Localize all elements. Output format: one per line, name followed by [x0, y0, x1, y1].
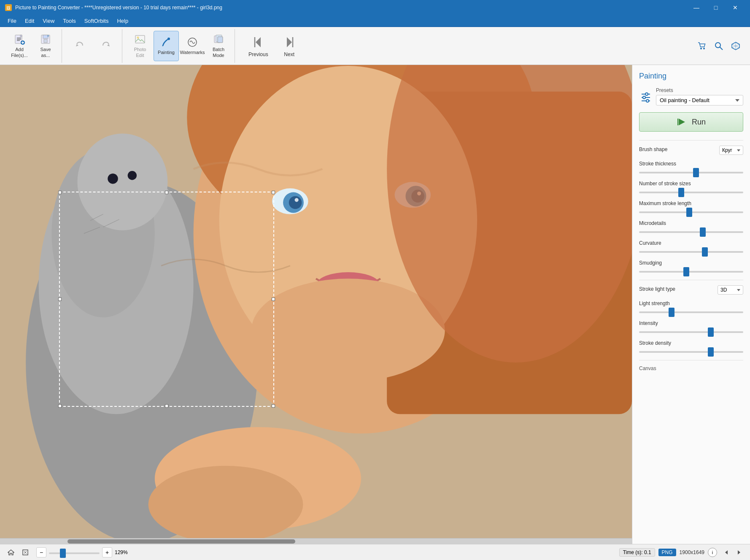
canvas-scrollbar[interactable]	[0, 538, 632, 544]
stroke-density-slider[interactable]	[639, 351, 743, 353]
stroke-light-type-row: Stroke light type 3D 2D None	[639, 285, 743, 295]
add-file-button[interactable]: AddFile(s)...	[7, 31, 32, 61]
zoom-out-button[interactable]: −	[36, 547, 46, 557]
time-badge: Time (s): 0.1	[619, 548, 655, 557]
svg-point-17	[137, 37, 139, 39]
svg-point-66	[643, 96, 645, 99]
light-strength-row: Light strength	[639, 300, 743, 314]
num-stroke-sizes-slider[interactable]	[639, 192, 743, 193]
photo-edit-button[interactable]: PhotoEdit	[127, 31, 153, 61]
image-size-badge: 1900x1649	[680, 549, 704, 555]
canvas-scrollbar-thumb[interactable]	[67, 539, 295, 544]
svg-marker-23	[256, 37, 261, 47]
curvature-label: Curvature	[639, 240, 743, 246]
stroke-thickness-slider[interactable]	[639, 172, 743, 173]
separator-2	[639, 280, 743, 280]
svg-line-30	[720, 47, 723, 50]
zoom-slider-wrap	[49, 549, 100, 555]
stroke-thickness-label: Stroke thickness	[639, 161, 743, 167]
batch-mode-icon	[213, 33, 224, 45]
status-icons	[5, 546, 31, 558]
smudging-slider[interactable]	[639, 271, 743, 273]
minimize-button[interactable]: —	[687, 0, 706, 15]
painting-button[interactable]: Painting	[154, 31, 179, 61]
svg-text:🖼: 🖼	[6, 6, 10, 10]
svg-point-61	[148, 466, 303, 543]
redo-button[interactable]	[93, 31, 119, 61]
info-button[interactable]: i	[708, 548, 717, 557]
menu-tools[interactable]: Tools	[59, 16, 80, 26]
menu-file[interactable]: File	[3, 16, 21, 26]
next-label: Next	[284, 51, 294, 57]
svg-point-52	[295, 198, 299, 202]
stroke-light-type-header: Stroke light type 3D 2D None	[639, 285, 743, 295]
svg-rect-12	[44, 39, 47, 43]
presets-right: Presets Oil painting - Default Watercolo…	[656, 87, 743, 106]
previous-label: Previous	[248, 51, 268, 57]
svg-point-28	[703, 48, 705, 49]
curvature-slider[interactable]	[639, 251, 743, 253]
watermarks-label: Watermarks	[180, 50, 205, 55]
brush-shape-header: Brush shape Круг Oval	[639, 146, 743, 155]
fit-view-button[interactable]	[19, 546, 31, 558]
home-view-button[interactable]	[5, 546, 17, 558]
painting-label: Painting	[158, 50, 175, 55]
right-panel: Painting Presets Oil painting - Default …	[632, 65, 750, 544]
3d-view-button[interactable]	[728, 38, 743, 54]
undo-button[interactable]	[67, 31, 92, 61]
svg-rect-13	[47, 35, 49, 37]
toolbar-group-modes: PhotoEdit Painting Watermarks BatchMod	[124, 29, 235, 63]
batch-mode-button[interactable]: BatchMode	[206, 31, 231, 61]
stroke-light-type-dropdown[interactable]: 3D 2D None	[718, 285, 743, 295]
canvas-area[interactable]	[0, 65, 632, 544]
status-prev-icon	[723, 549, 729, 555]
separator-3	[639, 360, 743, 360]
svg-rect-3	[20, 35, 22, 37]
panel-title: Painting	[639, 72, 743, 81]
watermarks-button[interactable]: Watermarks	[180, 31, 205, 61]
stroke-thickness-row: Stroke thickness	[639, 161, 743, 175]
redo-icon	[101, 41, 111, 50]
brush-shape-dropdown[interactable]: Круг Oval	[719, 146, 743, 155]
light-strength-slider[interactable]	[639, 311, 743, 313]
menu-softorbits[interactable]: SoftOrbits	[80, 16, 113, 26]
zoom-value: 129%	[115, 549, 132, 555]
close-button[interactable]: ✕	[726, 0, 745, 15]
num-stroke-sizes-row: Number of stroke sizes	[639, 181, 743, 195]
presets-label: Presets	[656, 87, 743, 93]
fit-icon	[22, 549, 29, 556]
next-button[interactable]: Next	[278, 31, 300, 61]
cart-button[interactable]	[694, 38, 710, 54]
toolbar-right	[694, 38, 747, 54]
zoom-slider[interactable]	[49, 552, 100, 554]
maximize-button[interactable]: □	[706, 0, 726, 15]
add-file-label: AddFile(s)...	[11, 47, 28, 58]
intensity-slider[interactable]	[639, 331, 743, 333]
run-arrow-icon	[677, 117, 687, 127]
smudging-row: Smudging	[639, 260, 743, 274]
menu-edit[interactable]: Edit	[21, 16, 38, 26]
microdetails-slider[interactable]	[639, 231, 743, 233]
max-stroke-length-row: Maximum stroke length	[639, 200, 743, 214]
zoom-controls: − + 129%	[36, 547, 132, 557]
svg-point-59	[251, 279, 445, 382]
search-button[interactable]	[711, 38, 726, 54]
previous-button[interactable]: Previous	[245, 31, 272, 61]
svg-point-41	[128, 171, 137, 180]
max-stroke-length-slider[interactable]	[639, 211, 743, 213]
save-as-button[interactable]: Saveas...	[33, 31, 58, 61]
run-button[interactable]: Run	[639, 112, 743, 132]
sliders-icon	[640, 91, 652, 103]
add-file-icon	[13, 33, 25, 45]
menu-help[interactable]: Help	[113, 16, 132, 26]
zoom-in-button[interactable]: +	[102, 547, 112, 557]
intensity-row: Intensity	[639, 320, 743, 334]
presets-dropdown[interactable]: Oil painting - Default Watercolor Sketch	[656, 95, 743, 106]
main-content: Painting Presets Oil painting - Default …	[0, 65, 750, 544]
menu-view[interactable]: View	[38, 16, 59, 26]
run-label: Run	[692, 118, 706, 127]
status-next-button[interactable]	[733, 546, 745, 558]
status-prev-button[interactable]	[720, 546, 732, 558]
svg-marker-71	[8, 550, 14, 555]
batch-mode-label: BatchMode	[213, 47, 224, 58]
